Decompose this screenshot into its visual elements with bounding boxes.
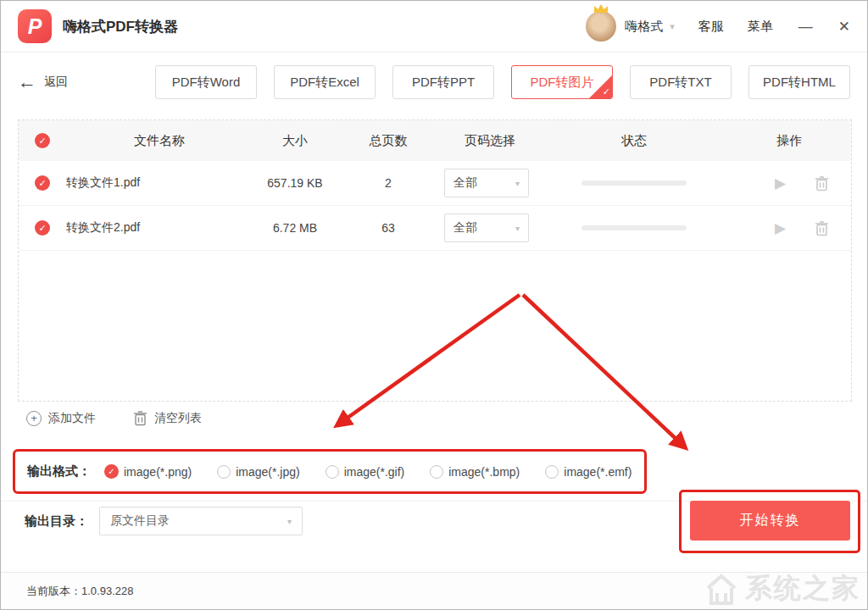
add-file-button[interactable]: + 添加文件 bbox=[26, 410, 96, 426]
output-format-label: 输出格式： bbox=[27, 463, 91, 480]
file-pages: 2 bbox=[337, 176, 439, 190]
conversion-tabs: PDF转Word PDF转Excel PDF转PPT PDF转图片 ✓ PDF转… bbox=[155, 65, 850, 99]
avatar-image bbox=[586, 11, 616, 42]
column-header-actions: 操作 bbox=[727, 133, 851, 149]
table-header-row: ✓ 文件名称 大小 总页数 页码选择 状态 操作 bbox=[19, 120, 851, 161]
file-name: 转换文件1.pdf bbox=[66, 175, 253, 191]
output-directory-value: 原文件目录 bbox=[110, 513, 170, 529]
column-header-status: 状态 bbox=[541, 133, 727, 149]
output-directory-select[interactable]: 原文件目录 ▾ bbox=[99, 507, 303, 535]
row-checkbox[interactable]: ✓ bbox=[19, 220, 66, 236]
file-size: 6.72 MB bbox=[253, 221, 337, 235]
column-header-page-select: 页码选择 bbox=[439, 133, 541, 149]
format-option-gif[interactable]: image(*.gif) bbox=[326, 465, 405, 479]
clear-list-button[interactable]: 清空列表 bbox=[133, 410, 202, 426]
radio-icon bbox=[217, 465, 231, 479]
chevron-down-icon: ▾ bbox=[515, 179, 520, 188]
app-window: P 嗨格式PDF转换器 嗨格式 ▾ 客服 菜单 — ✕ ← 返回 PDF转Wor… bbox=[0, 0, 868, 610]
chevron-down-icon[interactable]: ▾ bbox=[670, 21, 675, 32]
column-header-name: 文件名称 bbox=[66, 133, 253, 149]
app-logo-icon: P bbox=[18, 9, 52, 43]
column-header-size: 大小 bbox=[253, 133, 337, 149]
file-table: ✓ 文件名称 大小 总页数 页码选择 状态 操作 ✓ 转换文件1.pdf 657… bbox=[18, 119, 852, 402]
app-title: 嗨格式PDF转换器 bbox=[63, 17, 178, 36]
minimize-button[interactable]: — bbox=[798, 19, 813, 34]
file-pages: 63 bbox=[337, 221, 439, 235]
output-directory-row: 输出目录： 原文件目录 ▾ bbox=[25, 507, 303, 535]
format-option-png[interactable]: ✓ image(*.png) bbox=[104, 464, 192, 479]
delete-file-button[interactable] bbox=[815, 175, 829, 191]
titlebar: P 嗨格式PDF转换器 嗨格式 ▾ 客服 菜单 — ✕ bbox=[1, 1, 867, 53]
close-button[interactable]: ✕ bbox=[838, 19, 850, 34]
format-option-label: image(*.gif) bbox=[344, 465, 405, 479]
output-directory-label: 输出目录： bbox=[25, 513, 88, 530]
file-size: 657.19 KB bbox=[253, 176, 337, 190]
tab-pdf-to-excel[interactable]: PDF转Excel bbox=[274, 65, 376, 99]
statusbar: 当前版本： 1.0.93.228 bbox=[1, 572, 867, 609]
radio-icon bbox=[430, 465, 443, 479]
convert-play-button[interactable]: ▶ bbox=[775, 176, 786, 191]
trash-icon bbox=[815, 175, 829, 191]
clear-list-label: 清空列表 bbox=[154, 411, 202, 426]
version-label: 当前版本： bbox=[26, 584, 81, 599]
add-file-label: 添加文件 bbox=[48, 411, 96, 426]
row-checkbox[interactable]: ✓ bbox=[19, 175, 66, 191]
trash-icon bbox=[815, 220, 829, 236]
conversion-navbar: ← 返回 PDF转Word PDF转Excel PDF转PPT PDF转图片 ✓… bbox=[1, 53, 867, 112]
page-range-select[interactable]: 全部 ▾ bbox=[444, 169, 529, 197]
convert-play-button[interactable]: ▶ bbox=[775, 221, 786, 236]
menu-link[interactable]: 菜单 bbox=[748, 19, 773, 35]
tab-pdf-to-ppt[interactable]: PDF转PPT bbox=[392, 65, 494, 99]
select-all-checkbox[interactable]: ✓ bbox=[19, 133, 66, 148]
tab-pdf-to-image[interactable]: PDF转图片 ✓ bbox=[511, 65, 613, 99]
file-name: 转换文件2.pdf bbox=[66, 220, 253, 236]
format-option-jpg[interactable]: image(*.jpg) bbox=[217, 465, 299, 479]
list-actions: + 添加文件 清空列表 bbox=[26, 410, 202, 426]
format-option-label: image(*.bmp) bbox=[448, 465, 520, 479]
format-option-bmp[interactable]: image(*.bmp) bbox=[430, 465, 520, 479]
customer-service-link[interactable]: 客服 bbox=[698, 19, 724, 35]
table-row: ✓ 转换文件2.pdf 6.72 MB 63 全部 ▾ ▶ bbox=[19, 206, 851, 251]
check-icon: ✓ bbox=[35, 220, 50, 236]
crown-icon bbox=[593, 3, 609, 14]
tab-pdf-to-txt[interactable]: PDF转TXT bbox=[630, 65, 732, 99]
username[interactable]: 嗨格式 bbox=[625, 19, 663, 35]
delete-file-button[interactable] bbox=[815, 220, 829, 236]
back-button[interactable]: ← 返回 bbox=[18, 73, 68, 92]
check-icon: ✓ bbox=[35, 175, 50, 191]
output-format-annotation-box: 输出格式： ✓ image(*.png) image(*.jpg) image(… bbox=[13, 449, 647, 494]
back-arrow-icon: ← bbox=[18, 73, 36, 92]
progress-bar bbox=[581, 225, 687, 230]
tab-label: PDF转HTML bbox=[763, 75, 836, 91]
chevron-down-icon: ▾ bbox=[287, 517, 292, 526]
page-range-select[interactable]: 全部 ▾ bbox=[444, 214, 529, 242]
check-icon: ✓ bbox=[35, 133, 50, 148]
user-avatar[interactable] bbox=[586, 11, 616, 42]
radio-icon bbox=[545, 465, 559, 479]
format-option-label: image(*.emf) bbox=[564, 465, 632, 479]
tab-pdf-to-word[interactable]: PDF转Word bbox=[155, 65, 257, 99]
tab-label: PDF转图片 bbox=[531, 75, 594, 91]
version-value: 1.0.93.228 bbox=[81, 585, 133, 597]
row-actions: ▶ bbox=[727, 220, 851, 236]
page-range-value: 全部 bbox=[453, 175, 477, 191]
plus-circle-icon: + bbox=[26, 411, 42, 426]
column-header-pages: 总页数 bbox=[337, 133, 439, 149]
tab-pdf-to-html[interactable]: PDF转HTML bbox=[748, 65, 850, 99]
tab-label: PDF转TXT bbox=[649, 75, 711, 91]
format-option-emf[interactable]: image(*.emf) bbox=[545, 465, 632, 479]
start-conversion-button[interactable]: 开始转换 bbox=[690, 501, 850, 541]
chevron-down-icon: ▾ bbox=[515, 224, 520, 233]
tab-label: PDF转Excel bbox=[290, 75, 359, 91]
radio-selected-icon: ✓ bbox=[104, 464, 119, 479]
tab-label: PDF转PPT bbox=[412, 75, 475, 91]
back-label: 返回 bbox=[44, 75, 68, 90]
page-range-value: 全部 bbox=[453, 220, 477, 236]
table-row: ✓ 转换文件1.pdf 657.19 KB 2 全部 ▾ ▶ bbox=[19, 161, 851, 206]
check-icon: ✓ bbox=[603, 86, 610, 97]
progress-bar bbox=[581, 180, 687, 186]
radio-icon bbox=[326, 465, 339, 479]
tab-label: PDF转Word bbox=[172, 75, 241, 91]
row-actions: ▶ bbox=[727, 175, 851, 191]
format-option-label: image(*.jpg) bbox=[236, 465, 299, 479]
